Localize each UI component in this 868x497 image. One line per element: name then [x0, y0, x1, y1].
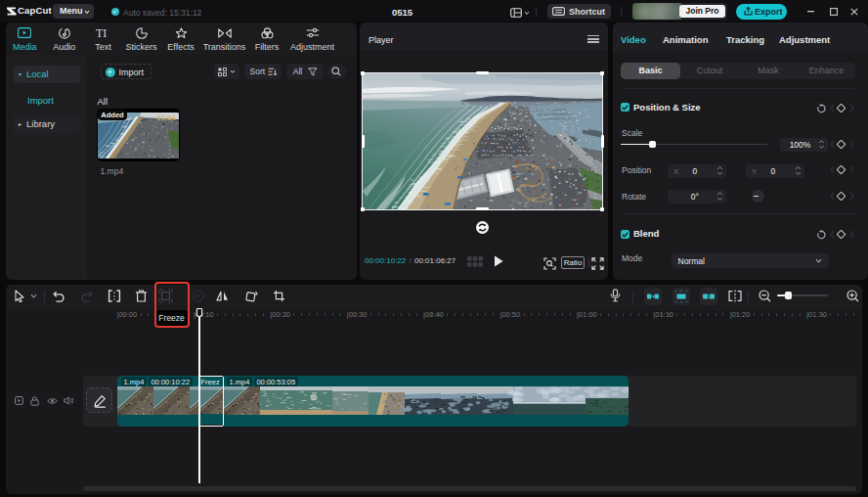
svg-text:TI: TI	[96, 27, 107, 38]
